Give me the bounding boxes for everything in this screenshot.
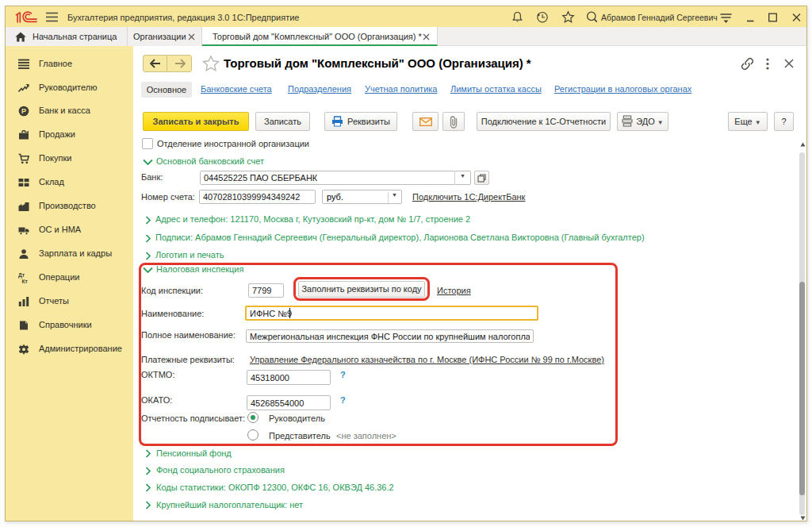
svg-text:Кт: Кт	[22, 279, 29, 284]
svg-text:P: P	[21, 107, 26, 115]
